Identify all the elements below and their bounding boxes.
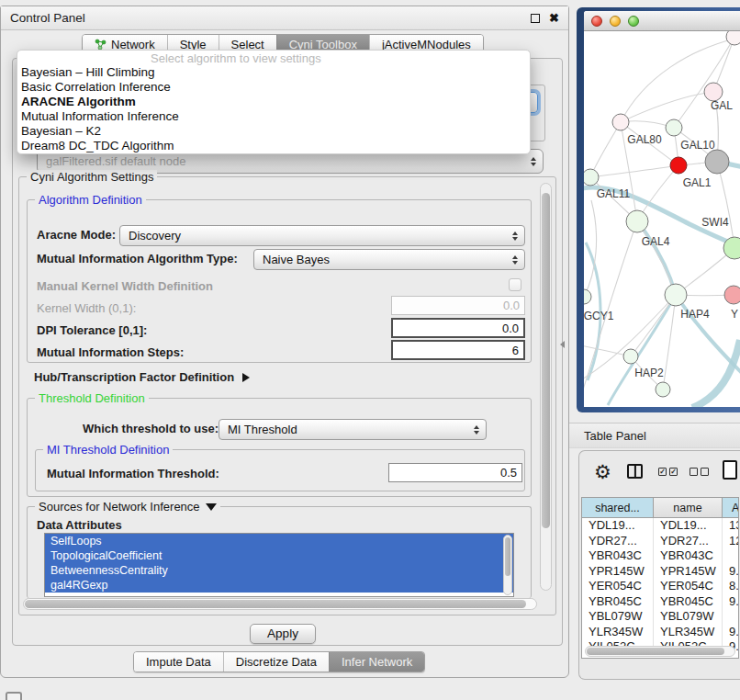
unchecked-columns-icon[interactable] — [690, 468, 709, 476]
svg-text:HAP2: HAP2 — [634, 367, 664, 379]
svg-text:Y: Y — [731, 308, 738, 321]
network-node-gray[interactable] — [705, 150, 729, 174]
network-canvas[interactable]: GAL GAL80 GAL10 GAL1 GAL11 GAL4 SWI4 GCY… — [584, 31, 740, 407]
window-title: Control Panel — [10, 11, 85, 25]
sources-group-title[interactable]: Sources for Network Inference — [35, 500, 220, 514]
window-float-icon[interactable] — [531, 14, 540, 23]
mi-threshold-definition-group: MI Threshold Definition Mutual Informati… — [35, 449, 525, 491]
dpi-tolerance-input[interactable] — [391, 318, 525, 338]
algorithm-definition-title: Algorithm Definition — [35, 193, 146, 207]
svg-text:GAL1: GAL1 — [683, 176, 712, 189]
scrollbar-thumb[interactable] — [25, 600, 526, 608]
window-close-icon[interactable]: ✖ — [549, 14, 559, 23]
manual-kernel-width-checkbox[interactable] — [509, 278, 521, 291]
mi-threshold-input[interactable] — [388, 463, 522, 482]
svg-text:GCY1: GCY1 — [584, 310, 614, 322]
cyni-bottom-tabbar: Impute Data Discretize Data Infer Networ… — [133, 651, 425, 672]
apply-button[interactable]: Apply — [250, 624, 316, 644]
zoom-traffic-light-icon[interactable] — [628, 16, 639, 27]
table-row[interactable]: YBR043C YBR043C — [582, 548, 738, 564]
algorithm-option[interactable]: Mutual Information Inference — [17, 109, 530, 124]
checked-columns-icon[interactable]: ✓✓ — [658, 468, 678, 476]
panel-collapse-handle-icon[interactable] — [560, 341, 565, 348]
scrollbar-thumb[interactable] — [587, 648, 724, 655]
combo-stepper-icon — [531, 157, 536, 166]
algorithm-option[interactable]: Dream8 DC_TDC Algorithm — [17, 139, 530, 153]
network-node-gal11[interactable] — [584, 169, 599, 186]
table-row[interactable]: YDR27... YDR27... 12 — [582, 534, 738, 549]
data-table-combo-value: galFiltered.sif default node — [46, 154, 185, 168]
table-row[interactable]: YER054C YER054C 8. — [582, 579, 738, 594]
list-item[interactable]: BetweennessCentrality — [45, 563, 513, 578]
kernel-width-input[interactable] — [391, 296, 525, 315]
list-item[interactable]: gal4RGexp — [45, 578, 513, 593]
list-item[interactable]: TopologicalCoefficient — [45, 548, 513, 563]
scrollbar-thumb[interactable] — [542, 193, 550, 528]
network-node-labels: GAL GAL80 GAL10 GAL1 GAL11 GAL4 SWI4 GCY… — [584, 99, 738, 379]
hub-tf-definition-section[interactable]: Hub/Transcription Factor Definition — [34, 370, 250, 384]
svg-text:HAP4: HAP4 — [680, 308, 710, 321]
svg-text:GAL: GAL — [711, 99, 733, 112]
svg-text:SWI4: SWI4 — [701, 216, 729, 229]
node-table: shared... name A YDL19... YDL19... 13 YD… — [581, 497, 739, 659]
combo-stepper-icon — [512, 255, 518, 265]
settings-horizontal-scrollbar[interactable] — [23, 598, 537, 610]
gear-icon[interactable]: ⚙ — [594, 460, 611, 484]
tab-impute-data[interactable]: Impute Data — [134, 652, 223, 672]
which-threshold-combo[interactable]: MI Threshold — [219, 419, 487, 440]
column-header-a[interactable]: A — [723, 498, 739, 518]
minimize-traffic-light-icon[interactable] — [610, 16, 621, 27]
algorithm-prompt: Select algorithm to view settings — [17, 51, 530, 65]
document-icon[interactable] — [723, 460, 737, 480]
table-row[interactable]: YPR145W YPR145W 9. — [582, 564, 738, 580]
combo-stepper-icon — [474, 425, 479, 435]
aracne-mode-combo[interactable]: Discovery — [119, 225, 525, 246]
table-horizontal-scrollbar[interactable] — [585, 646, 735, 657]
tab-infer-network[interactable]: Infer Network — [329, 652, 424, 672]
split-pane-icon[interactable] — [627, 464, 643, 479]
table-row[interactable]: YDL19... YDL19... 13 — [582, 518, 738, 534]
mi-steps-input[interactable] — [391, 340, 525, 360]
table-row[interactable]: YBR045C YBR045C 9. — [582, 594, 738, 610]
network-node-gal80[interactable] — [612, 114, 629, 130]
algorithm-option[interactable]: Bayesian – K2 — [17, 124, 530, 139]
mi-steps-label: Mutual Information Steps: — [37, 345, 184, 359]
algorithm-option[interactable]: Bayesian – Hill Climbing — [17, 65, 530, 80]
control-panel-titlebar: Control Panel ✖ — [1, 6, 568, 30]
mi-algorithm-type-combo[interactable]: Naive Bayes — [253, 249, 525, 270]
network-node-gcy1[interactable] — [584, 289, 591, 304]
docked-window-button[interactable] — [6, 692, 22, 700]
aracne-mode-label: Aracne Mode: — [37, 228, 116, 242]
data-attributes-list[interactable]: SelfLoops TopologicalCoefficient Between… — [44, 533, 514, 597]
network-node-gal4[interactable] — [626, 210, 648, 232]
algorithm-option[interactable]: Basic Correlation Inference — [17, 80, 530, 95]
table-row[interactable]: YBL079W YBL079W — [582, 609, 738, 625]
network-node-y[interactable] — [724, 286, 740, 304]
kernel-width-label: Kernel Width (0,1): — [37, 301, 136, 315]
cyni-algorithm-settings-group: Cyni Algorithm Settings Algorithm Defini… — [18, 176, 556, 615]
table-header-row: shared... name A — [582, 498, 738, 518]
algorithm-option-selected[interactable]: ARACNE Algorithm — [17, 95, 530, 109]
table-panel-header: Table Panel — [569, 423, 740, 448]
network-node-hap2[interactable] — [623, 349, 638, 364]
network-node[interactable] — [656, 382, 670, 397]
network-node[interactable] — [704, 83, 723, 101]
algorithm-dropdown-popup: Select algorithm to view settings Bayesi… — [17, 50, 531, 154]
list-item[interactable]: SelfLoops — [45, 534, 513, 548]
collapsed-arrow-icon — [242, 373, 250, 382]
network-node-gal10[interactable] — [666, 119, 682, 136]
scrollbar-thumb[interactable] — [505, 537, 510, 576]
network-node[interactable] — [726, 31, 740, 45]
column-header-shared-name[interactable]: shared... — [582, 498, 654, 518]
settings-vertical-scrollbar[interactable] — [540, 183, 552, 591]
algorithm-definition-group: Algorithm Definition Aracne Mode: Discov… — [27, 199, 532, 363]
table-row[interactable]: YLR345W YLR345W 9. — [582, 625, 738, 640]
svg-text:GAL80: GAL80 — [627, 133, 662, 146]
table-panel: ⚙ ✓✓ shared... name A YDL19... YDL19... … — [578, 450, 740, 680]
network-node-gal1-selected[interactable] — [670, 157, 687, 174]
network-node-hap4[interactable] — [665, 284, 687, 306]
tab-discretize-data[interactable]: Discretize Data — [223, 652, 329, 672]
close-traffic-light-icon[interactable] — [591, 16, 602, 27]
column-header-name[interactable]: name — [654, 498, 723, 518]
attributes-list-scrollbar[interactable] — [503, 535, 512, 595]
